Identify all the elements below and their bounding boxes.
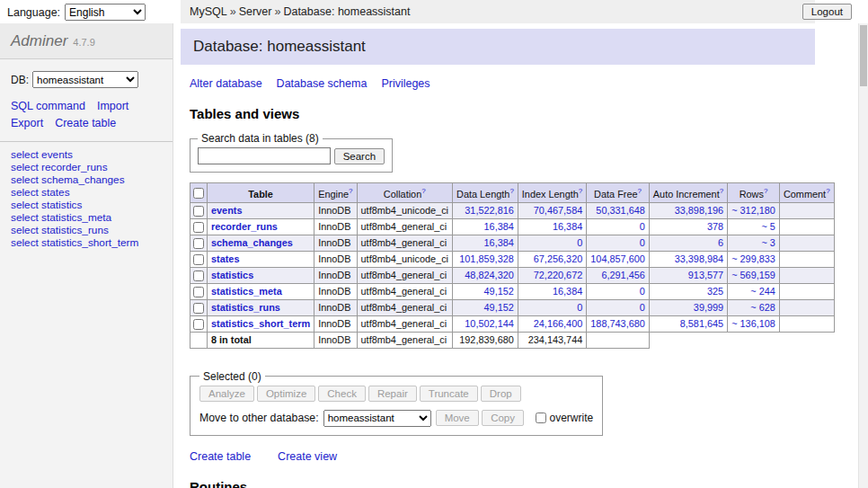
column-header[interactable]: Engine? — [314, 183, 357, 203]
bulk-action-button[interactable]: Truncate — [420, 386, 478, 402]
column-help-sup[interactable]: ? — [349, 187, 352, 195]
table-name-link[interactable]: statistics_runs — [211, 302, 280, 313]
move-database-select[interactable]: homeassistant — [323, 410, 431, 427]
select-link[interactable]: select — [11, 236, 39, 249]
index-length-link[interactable]: 67,256,320 — [534, 253, 583, 264]
create-view-link[interactable]: Create view — [278, 450, 337, 463]
data-length-link[interactable]: 16,384 — [484, 237, 514, 248]
index-length-link[interactable]: 16,384 — [553, 286, 582, 297]
bulk-action-button[interactable]: Repair — [368, 386, 417, 402]
column-header[interactable]: Data Length? — [453, 183, 518, 203]
select-link[interactable]: select — [11, 173, 39, 186]
column-header[interactable]: Table — [208, 183, 314, 203]
bulk-action-button[interactable]: Analyze — [199, 386, 254, 402]
table-link[interactable]: schema_changes — [41, 173, 124, 186]
rows-count-link[interactable]: ~ 299,833 — [731, 253, 775, 264]
table-link[interactable]: recorder_runs — [41, 161, 107, 173]
table-link[interactable]: statistics — [41, 199, 82, 211]
column-help-sup[interactable]: ? — [509, 187, 513, 195]
column-header[interactable]: Data Free? — [587, 183, 650, 203]
search-button[interactable]: Search — [334, 148, 385, 164]
table-name-link[interactable]: statistics — [211, 270, 253, 280]
column-header[interactable]: Comment? — [779, 183, 834, 203]
bulk-action-button[interactable]: Check — [318, 386, 366, 402]
data-length-link[interactable]: 16,384 — [484, 221, 514, 232]
language-select[interactable]: English — [65, 4, 146, 21]
auto-increment-link[interactable]: 325 — [707, 286, 723, 297]
auto-increment-link[interactable]: 6 — [718, 237, 723, 248]
import-link[interactable]: Import — [97, 100, 128, 112]
search-input[interactable] — [198, 147, 331, 164]
column-header[interactable]: Index Length? — [518, 183, 586, 203]
create-table-link-sidebar[interactable]: Create table — [55, 117, 116, 129]
data-free-link[interactable]: 188,743,680 — [590, 318, 645, 329]
select-link[interactable]: select — [11, 161, 39, 173]
index-length-link[interactable]: 24,166,400 — [534, 318, 583, 329]
table-link[interactable]: statistics_meta — [41, 211, 111, 224]
index-length-link[interactable]: 72,220,672 — [534, 270, 583, 280]
row-checkbox[interactable] — [193, 254, 204, 265]
row-checkbox[interactable] — [193, 319, 204, 330]
adminer-logo-link[interactable]: Adminer — [11, 32, 67, 49]
column-help-sup[interactable]: ? — [579, 187, 582, 195]
table-link[interactable]: statistics_runs — [41, 224, 109, 236]
data-free-link[interactable]: 0 — [640, 302, 645, 313]
auto-increment-link[interactable]: 33,398,984 — [675, 253, 724, 264]
auto-increment-link[interactable]: 33,898,196 — [675, 205, 724, 216]
table-link[interactable]: statistics_short_term — [41, 236, 138, 249]
row-checkbox[interactable] — [193, 271, 204, 281]
row-checkbox[interactable] — [193, 206, 204, 217]
db-select[interactable]: homeassistant — [32, 71, 138, 88]
row-checkbox[interactable] — [193, 222, 204, 233]
rows-count-link[interactable]: ~ 628 — [750, 302, 775, 313]
data-free-link[interactable]: 0 — [640, 286, 645, 297]
data-free-link[interactable]: 6,291,456 — [601, 270, 644, 280]
select-link[interactable]: select — [11, 186, 39, 199]
sql-command-link[interactable]: SQL command — [11, 100, 85, 112]
move-button[interactable]: Move — [436, 410, 479, 426]
data-length-link[interactable]: 49,152 — [484, 286, 514, 297]
select-link[interactable]: select — [11, 211, 39, 224]
table-name-link[interactable]: schema_changes — [211, 237, 293, 248]
copy-button[interactable]: Copy — [482, 410, 524, 426]
column-help-sup[interactable]: ? — [764, 187, 767, 195]
column-header[interactable]: Rows? — [728, 183, 780, 203]
table-link[interactable]: states — [41, 186, 69, 199]
column-help-sup[interactable]: ? — [421, 187, 425, 195]
scrollbar-thumb[interactable] — [860, 25, 867, 86]
row-checkbox[interactable] — [193, 303, 204, 314]
select-link[interactable]: select — [11, 224, 39, 236]
select-all-checkbox[interactable] — [193, 188, 204, 199]
data-free-link[interactable]: 0 — [640, 237, 645, 248]
rows-count-link[interactable]: ~ 136,108 — [731, 318, 775, 329]
bulk-action-button[interactable]: Drop — [481, 386, 521, 402]
data-free-link[interactable]: 0 — [640, 221, 645, 232]
index-length-link[interactable]: 16,384 — [553, 221, 582, 232]
create-table-link[interactable]: Create table — [190, 450, 251, 463]
rows-count-link[interactable]: ~ 312,180 — [731, 205, 775, 216]
column-header[interactable]: Collation? — [357, 183, 452, 203]
auto-increment-link[interactable]: 8,581,645 — [680, 318, 723, 329]
row-checkbox[interactable] — [193, 287, 204, 297]
overwrite-checkbox[interactable] — [536, 413, 546, 423]
select-link[interactable]: select — [11, 199, 39, 211]
breadcrumb-mysql-link[interactable]: MySQL — [190, 5, 227, 18]
index-length-link[interactable]: 70,467,584 — [534, 205, 583, 216]
table-name-link[interactable]: statistics_short_term — [211, 318, 310, 329]
data-length-link[interactable]: 101,859,328 — [459, 253, 514, 264]
vertical-scrollbar[interactable] — [858, 23, 868, 488]
table-name-link[interactable]: recorder_runs — [211, 221, 278, 232]
alter-database-link[interactable]: Alter database — [190, 77, 262, 90]
column-header[interactable]: Auto Increment? — [649, 183, 727, 203]
data-length-link[interactable]: 31,522,816 — [465, 205, 514, 216]
rows-count-link[interactable]: ~ 5 — [761, 221, 775, 232]
table-name-link[interactable]: events — [211, 205, 243, 216]
auto-increment-link[interactable]: 913,577 — [688, 270, 723, 280]
logout-button[interactable]: Logout — [802, 4, 852, 20]
export-link[interactable]: Export — [11, 117, 43, 129]
data-free-link[interactable]: 104,857,600 — [590, 253, 645, 264]
table-name-link[interactable]: statistics_meta — [211, 286, 282, 297]
select-link[interactable]: select — [11, 148, 39, 161]
database-schema-link[interactable]: Database schema — [277, 77, 368, 90]
data-length-link[interactable]: 49,152 — [484, 302, 514, 313]
